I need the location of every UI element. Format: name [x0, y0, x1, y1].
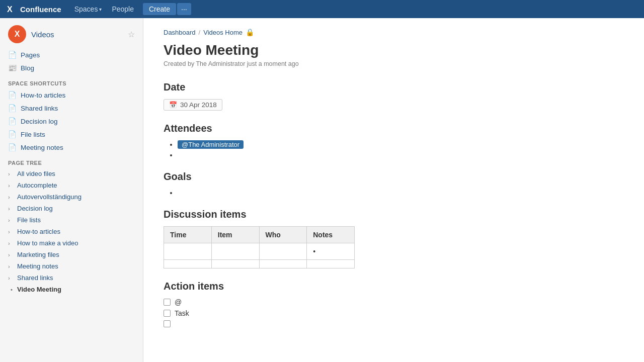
col-header-time: Time	[164, 227, 212, 243]
space-name[interactable]: Videos	[31, 30, 54, 39]
table-row	[164, 260, 355, 268]
more-button[interactable]: ···	[177, 3, 191, 15]
cell-who-0[interactable]	[259, 243, 307, 260]
sidebar-item-blog[interactable]: 📰 Blog	[0, 61, 143, 74]
discussion-heading: Discussion items	[164, 209, 624, 220]
cell-item-1[interactable]	[211, 260, 259, 268]
create-button[interactable]: Create	[143, 3, 176, 15]
shortcut-label-4: Meeting notes	[21, 144, 63, 151]
tree-label-2: Autovervollständigung	[17, 193, 82, 201]
top-navigation: X Confluence Spaces ▾ People Create ···	[0, 0, 644, 18]
tree-label-10: Video Meeting	[17, 286, 61, 293]
col-header-item: Item	[211, 227, 259, 243]
cell-time-1[interactable]	[164, 260, 212, 268]
calendar-icon: 📅	[169, 101, 177, 109]
tree-item-file-lists[interactable]: › File lists	[0, 214, 143, 226]
breadcrumb: Dashboard / Videos Home 🔒	[164, 28, 624, 36]
people-nav-item[interactable]: People	[107, 0, 139, 18]
confluence-logo[interactable]: X Confluence	[6, 4, 61, 15]
shortcut-icon-4: 📄	[8, 143, 17, 151]
spaces-menu[interactable]: Spaces ▾	[69, 0, 107, 18]
pages-label: Pages	[21, 51, 40, 59]
lock-icon: 🔒	[246, 28, 254, 36]
page-meta: Created by The Administrator just a mome…	[164, 60, 624, 67]
tree-bullet-10: •	[8, 287, 15, 293]
goals-heading: Goals	[164, 171, 624, 183]
action-items-section: Action items @ Task	[164, 281, 624, 327]
tree-label-1: Autocomplete	[17, 182, 57, 189]
shortcut-shared-links[interactable]: 📄 Shared links	[0, 102, 143, 115]
cell-item-0[interactable]	[211, 243, 259, 260]
date-box[interactable]: 📅 30 Apr 2018	[164, 99, 222, 111]
tree-item-marketing-files[interactable]: › Marketing files	[0, 249, 143, 260]
action-checkbox-1[interactable]	[164, 310, 171, 317]
shortcut-icon-3: 📄	[8, 130, 17, 138]
shortcut-label-0: How-to articles	[21, 92, 65, 99]
shortcut-decision-log[interactable]: 📄 Decision log	[0, 115, 143, 128]
blog-label: Blog	[21, 64, 34, 72]
tree-item-autocomplete[interactable]: › Autocomplete	[0, 179, 143, 191]
tree-item-meeting-notes[interactable]: › Meeting notes	[0, 260, 143, 272]
tree-item-how-to-make-video[interactable]: › How to make a video	[0, 237, 143, 249]
action-label-0: @	[175, 298, 182, 306]
cell-notes-0[interactable]: •	[307, 243, 355, 260]
shortcut-label-1: Shared links	[21, 105, 58, 112]
tree-toggle-8: ›	[8, 263, 15, 269]
shortcut-meeting-notes[interactable]: 📄 Meeting notes	[0, 141, 143, 154]
attendee-item-1	[178, 151, 624, 159]
tree-item-all-video-files[interactable]: › All video files	[0, 168, 143, 179]
page-tree-label: PAGE TREE	[0, 154, 143, 168]
page-title: Video Meeting	[164, 42, 624, 58]
star-icon[interactable]: ☆	[128, 30, 135, 39]
tree-label-0: All video files	[17, 170, 55, 177]
table-header-row: Time Item Who Notes	[164, 227, 355, 243]
tree-toggle-5: ›	[8, 229, 15, 235]
date-section: Date 📅 30 Apr 2018	[164, 81, 624, 111]
action-row-2	[164, 320, 624, 327]
tree-item-video-meeting[interactable]: • Video Meeting	[0, 284, 143, 295]
page-layout: X Videos ☆ 📄 Pages 📰 Blog SPACE SHORTCUT…	[0, 18, 644, 362]
discussion-section: Discussion items Time Item Who Notes	[164, 209, 624, 268]
goals-list	[164, 189, 624, 197]
attendees-heading: Attendees	[164, 123, 624, 134]
sidebar: X Videos ☆ 📄 Pages 📰 Blog SPACE SHORTCUT…	[0, 18, 143, 362]
date-heading: Date	[164, 81, 624, 93]
col-header-notes: Notes	[307, 227, 355, 243]
action-checkbox-2[interactable]	[164, 320, 171, 327]
shortcut-icon-1: 📄	[8, 104, 17, 112]
shortcut-label-3: File lists	[21, 131, 45, 138]
tree-label-5: How-to articles	[17, 228, 60, 235]
tree-item-autovervollstandigung[interactable]: › Autovervollständigung	[0, 191, 143, 203]
breadcrumb-sep-1: /	[199, 29, 201, 36]
shortcut-icon-2: 📄	[8, 117, 17, 125]
spaces-dropdown-icon: ▾	[99, 7, 102, 12]
breadcrumb-dashboard[interactable]: Dashboard	[164, 29, 196, 36]
logo-text: Confluence	[20, 5, 61, 14]
people-label: People	[112, 5, 134, 13]
attendees-list: @The Administrator	[164, 140, 624, 159]
cell-who-1[interactable]	[259, 260, 307, 268]
space-header: X Videos ☆	[0, 18, 143, 48]
tree-item-decision-log[interactable]: › Decision log	[0, 203, 143, 214]
sidebar-item-pages[interactable]: 📄 Pages	[0, 48, 143, 61]
svg-text:X: X	[7, 5, 13, 14]
tree-item-how-to-articles[interactable]: › How-to articles	[0, 226, 143, 237]
tree-toggle-4: ›	[8, 217, 15, 223]
pages-icon: 📄	[8, 51, 17, 59]
breadcrumb-videos-home[interactable]: Videos Home	[203, 29, 243, 36]
goals-item-0	[178, 189, 624, 197]
action-checkbox-0[interactable]	[164, 299, 171, 306]
cell-notes-1[interactable]	[307, 260, 355, 268]
tree-item-shared-links[interactable]: › Shared links	[0, 272, 143, 284]
attendee-mention-0[interactable]: @The Administrator	[178, 140, 244, 149]
attendees-section: Attendees @The Administrator	[164, 123, 624, 159]
cell-time-0[interactable]	[164, 243, 212, 260]
col-header-who: Who	[259, 227, 307, 243]
tree-toggle-1: ›	[8, 183, 15, 189]
main-content: Dashboard / Videos Home 🔒 Video Meeting …	[143, 18, 644, 362]
shortcut-how-to-articles[interactable]: 📄 How-to articles	[0, 88, 143, 102]
tree-label-9: Shared links	[17, 274, 53, 282]
shortcut-file-lists[interactable]: 📄 File lists	[0, 128, 143, 141]
action-row-1: Task	[164, 309, 624, 317]
spaces-label: Spaces	[74, 5, 98, 13]
